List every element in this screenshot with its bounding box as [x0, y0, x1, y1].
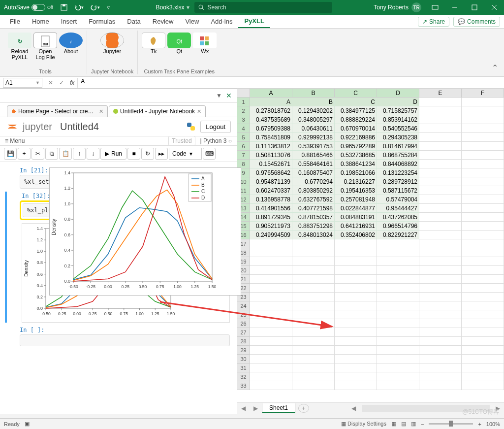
sheet-tab[interactable]: Sheet1 — [262, 403, 295, 413]
save-button[interactable] — [57, 0, 71, 15]
move-up-button[interactable]: ↑ — [73, 148, 86, 160]
group-label-panes: Custom Task Pane Examples — [144, 68, 214, 74]
jupyter-menubar: ≡ Menu Trusted | Python 3 ○ — [0, 136, 237, 146]
search-icon — [198, 4, 205, 11]
run-button[interactable]: ▶ Run — [100, 148, 126, 160]
comments-button[interactable]: 💬Comments — [453, 17, 500, 27]
command-palette-button[interactable]: ⌨ — [203, 148, 216, 160]
close-icon[interactable]: ✕ — [197, 108, 201, 115]
tk-button[interactable]: Tk — [142, 31, 165, 54]
ribbon-collapse[interactable]: ⌃ — [490, 61, 500, 74]
jupyter-logo[interactable]: jupyter Untitled4 — [6, 120, 99, 133]
account-button[interactable]: Tony Roberts TR — [370, 2, 425, 12]
zoom-value[interactable]: 100% — [486, 421, 500, 427]
menu-toggle[interactable]: ≡ Menu — [5, 137, 25, 144]
sheet-nav-next[interactable]: ▶ — [250, 405, 262, 412]
pane-close[interactable]: ✕ — [224, 91, 234, 100]
python-icon — [186, 121, 196, 132]
view-pagebreak[interactable]: ▥ — [411, 421, 416, 427]
ribbon-display-button[interactable] — [425, 0, 445, 15]
name-box[interactable]: A1▼ — [3, 78, 42, 88]
view-normal[interactable]: ▦ — [391, 421, 396, 427]
tab-data[interactable]: Data — [121, 15, 146, 28]
save-notebook-button[interactable]: 💾 — [4, 148, 17, 160]
zoom-slider[interactable] — [429, 423, 473, 425]
undo-button[interactable]: ▾ — [71, 0, 87, 15]
svg-text:C: C — [201, 189, 205, 194]
tab-pyxll[interactable]: PyXLL — [238, 15, 270, 28]
svg-text:0.50: 0.50 — [139, 284, 147, 289]
ribbon-group-jupyter: Jupyter Jupyter Notebook — [87, 31, 138, 74]
view-layout[interactable]: ▤ — [401, 421, 406, 427]
log-icon: LOG — [33, 33, 57, 48]
maximize-button[interactable] — [465, 0, 484, 15]
close-button[interactable] — [484, 0, 504, 15]
close-icon[interactable]: ✕ — [99, 108, 103, 115]
about-button[interactable]: iAbout — [59, 31, 83, 60]
hscroll-left[interactable]: ◀ — [347, 405, 360, 412]
jupyter-tab-notebook[interactable]: Untitled4 - Jupyter Notebook ✕ — [109, 105, 206, 117]
tab-formulas[interactable]: Formulas — [83, 15, 121, 28]
tab-insert[interactable]: Insert — [55, 15, 83, 28]
cut-cell-button[interactable]: ✂ — [32, 148, 44, 160]
move-down-button[interactable]: ↓ — [87, 148, 99, 160]
pane-dropdown[interactable]: ▼ — [216, 92, 222, 99]
macro-record-icon[interactable]: ▣ — [25, 421, 30, 427]
search-box[interactable]: Search — [194, 2, 332, 13]
restart-button[interactable]: ↻ — [141, 148, 154, 160]
copy-cell-button[interactable]: ⧉ — [45, 148, 58, 160]
restart-run-button[interactable]: ▸▸ — [155, 148, 168, 160]
tab-view[interactable]: View — [179, 15, 205, 28]
display-settings[interactable]: ▦ Display Settings — [341, 421, 386, 427]
embedded-chart[interactable]: 0.00.20.40.60.81.01.21.4-0.50-0.250.000.… — [49, 167, 241, 296]
add-cell-button[interactable]: + — [18, 148, 31, 160]
cell-code[interactable] — [20, 334, 230, 346]
qt-button[interactable]: QtQt — [167, 31, 191, 54]
reload-pyxll-button[interactable]: ↻Reload PyXLL — [8, 31, 32, 60]
tab-home[interactable]: Home — [26, 15, 55, 28]
file-name[interactable]: Book3.xlsx ▾ — [151, 4, 194, 11]
minimize-button[interactable] — [445, 0, 465, 15]
notebook-title[interactable]: Untitled4 — [60, 121, 99, 132]
add-sheet-button[interactable]: + — [298, 404, 309, 413]
notebook-cell[interactable]: In [ ]: — [5, 326, 234, 346]
tab-file[interactable]: File — [4, 15, 26, 28]
open-log-button[interactable]: LOGOpen Log File — [33, 31, 57, 60]
kernel-name[interactable]: Python 3 — [203, 137, 226, 144]
jupyter-logo-icon — [6, 120, 19, 133]
celltype-select[interactable]: Code ▾ — [169, 148, 202, 160]
info-icon: i — [59, 33, 83, 48]
grid[interactable]: ABCDEF1ABCD20.2780187620.1294302020.3849… — [237, 89, 504, 390]
tab-review[interactable]: Review — [147, 15, 180, 28]
tab-addins[interactable]: Add-ins — [205, 15, 238, 28]
zoom-out[interactable]: − — [421, 421, 424, 427]
svg-text:-0.50: -0.50 — [68, 284, 78, 289]
redo-button[interactable]: ▾ — [87, 0, 103, 15]
svg-text:1.0: 1.0 — [64, 201, 70, 206]
cell-prompt: In [ ]: — [5, 326, 234, 334]
sheet-nav-prev[interactable]: ◀ — [237, 405, 250, 412]
logout-button[interactable]: Logout — [200, 121, 231, 133]
qat-customize[interactable]: ▿ — [103, 0, 113, 15]
title-bar: AutoSave Off ▾ ▾ ▿ Book3.xlsx ▾ Search T… — [0, 0, 504, 15]
jupyter-icon — [100, 33, 124, 48]
watermark: @51CTO博客 — [462, 408, 499, 416]
share-button[interactable]: ↗Share — [418, 17, 449, 27]
zoom-in[interactable]: + — [478, 421, 481, 427]
autosave-toggle[interactable]: AutoSave Off — [0, 4, 57, 11]
ribbon-tabs: File Home Insert Formulas Data Review Vi… — [0, 15, 504, 29]
comment-icon: 💬 — [458, 18, 465, 25]
jupyter-button[interactable]: Jupyter — [100, 31, 124, 54]
interrupt-button[interactable]: ■ — [127, 148, 140, 160]
fx-icon[interactable]: fx — [67, 79, 77, 86]
formula-input[interactable]: A — [77, 78, 504, 88]
cancel-fx[interactable]: ✕ — [45, 79, 56, 86]
jupyter-tab-home[interactable]: Home Page - Select or create a notebook … — [7, 105, 108, 117]
svg-text:LOG: LOG — [43, 43, 47, 45]
autosave-switch[interactable] — [32, 4, 45, 11]
wx-button[interactable]: Wx — [193, 31, 217, 54]
accept-fx[interactable]: ✓ — [56, 79, 67, 86]
svg-rect-15 — [205, 41, 209, 45]
paste-cell-button[interactable]: 📋 — [59, 148, 72, 160]
trusted-badge[interactable]: Trusted — [168, 136, 195, 146]
